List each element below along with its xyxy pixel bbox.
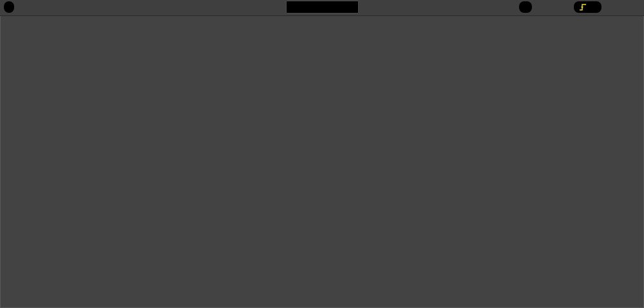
oscilloscope-display[interactable] <box>0 15 644 308</box>
oscilloscope-window <box>0 0 644 308</box>
trigger-position-preview[interactable] <box>286 1 359 14</box>
timebase-badge[interactable] <box>519 1 532 13</box>
status-bar <box>0 0 644 16</box>
rising-edge-icon <box>579 3 587 12</box>
run-state-badge[interactable] <box>4 1 14 13</box>
trigger-info-badge[interactable] <box>574 1 601 13</box>
